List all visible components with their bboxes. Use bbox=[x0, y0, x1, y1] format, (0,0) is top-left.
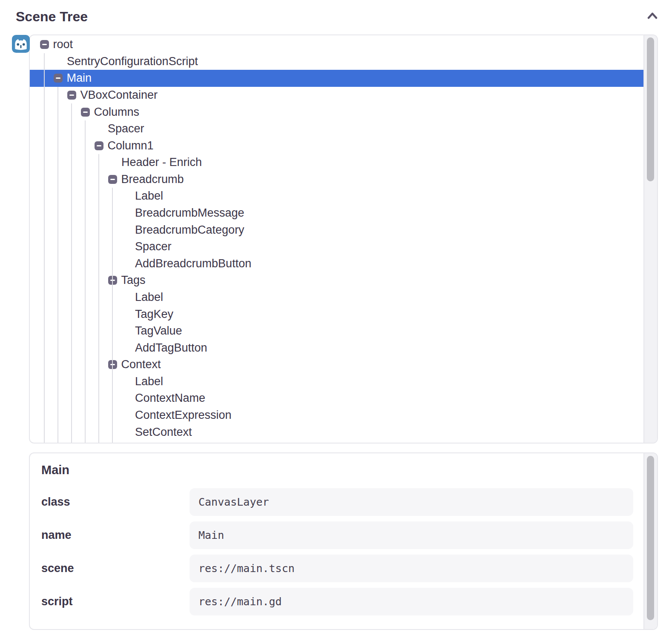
tree-row[interactable]: SetContext bbox=[30, 424, 643, 441]
details-fields: class CanvasLayer name Main scene res://… bbox=[41, 488, 643, 615]
tree-node-label: TagValue bbox=[135, 324, 182, 338]
tree-row[interactable]: Header - Enrich bbox=[30, 154, 643, 171]
collapse-toggle-icon[interactable] bbox=[40, 40, 49, 49]
tree-row[interactable]: SentryConfigurationScript bbox=[30, 53, 643, 70]
tree-row[interactable]: Breadcrumb bbox=[30, 171, 643, 188]
tree-row[interactable]: Tags bbox=[30, 272, 643, 289]
field-value: CanvasLayer bbox=[190, 488, 633, 516]
tree-node-label: AddBreadcrumbButton bbox=[135, 257, 251, 270]
details-scrollbar[interactable] bbox=[643, 453, 657, 629]
tree-node-label: Context bbox=[121, 358, 161, 371]
tree-row[interactable]: root bbox=[30, 36, 643, 53]
collapse-toggle-icon[interactable] bbox=[67, 91, 76, 100]
details-scrollbar-thumb[interactable] bbox=[647, 456, 654, 620]
tree-node-label: SetContext bbox=[135, 426, 192, 439]
tree-indent-guide bbox=[85, 120, 86, 443]
tree-row[interactable]: ContextName bbox=[30, 390, 643, 407]
tree-row[interactable]: VBoxContainer bbox=[30, 87, 643, 104]
scene-tree: root SentryConfigurationScript Main VBox… bbox=[30, 35, 643, 443]
tree-node-label: SentryConfigurationScript bbox=[67, 55, 198, 68]
tree-row[interactable]: Label bbox=[30, 289, 643, 306]
field-label: class bbox=[41, 495, 190, 509]
tree-row[interactable]: Spacer bbox=[30, 238, 643, 255]
tree-node-label: Spacer bbox=[135, 240, 172, 253]
tree-row[interactable]: ContextExpression bbox=[30, 407, 643, 424]
tree-row[interactable]: AddBreadcrumbButton bbox=[30, 255, 643, 272]
field-label: scene bbox=[41, 562, 190, 575]
tree-row[interactable]: Main bbox=[30, 70, 643, 87]
tree-node-label: ContextExpression bbox=[135, 409, 232, 422]
collapse-toggle-icon[interactable] bbox=[95, 141, 103, 150]
tree-indent-guide bbox=[57, 87, 58, 443]
details-field-row: script res://main.gd bbox=[41, 588, 643, 615]
details-field-row: scene res://main.tscn bbox=[41, 555, 643, 582]
tree-row[interactable]: Label bbox=[30, 188, 643, 205]
field-value: Main bbox=[190, 521, 633, 549]
tree-row[interactable]: AddTagButton bbox=[30, 339, 643, 356]
tree-row[interactable]: Columns bbox=[30, 103, 643, 120]
tree-node-label: BreadcrumbCategory bbox=[135, 223, 244, 237]
tree-node-label: Label bbox=[135, 291, 163, 304]
tree-node-label: Header - Enrich bbox=[121, 156, 202, 169]
tree-row[interactable]: Spacer bbox=[30, 120, 643, 137]
scene-tree-panel: root SentryConfigurationScript Main VBox… bbox=[29, 34, 658, 444]
tree-node-label: ContextName bbox=[135, 392, 205, 405]
tree-node-label: BreadcrumbMessage bbox=[135, 206, 244, 220]
node-details-panel: Main class CanvasLayer name Main scene r… bbox=[29, 452, 658, 630]
tree-row[interactable]: Label bbox=[30, 373, 643, 390]
tree-indent-guide bbox=[98, 154, 99, 443]
tree-row[interactable]: Column1 bbox=[30, 137, 643, 154]
tree-node-label: Breadcrumb bbox=[121, 173, 184, 186]
tree-node-label: VBoxContainer bbox=[80, 89, 158, 102]
tree-row[interactable]: Context bbox=[30, 356, 643, 373]
details-field-row: class CanvasLayer bbox=[41, 488, 643, 516]
tree-node-label: Main bbox=[67, 72, 92, 85]
tree-node-label: Spacer bbox=[108, 122, 144, 135]
tree-scrollbar[interactable] bbox=[643, 35, 657, 443]
field-value: res://main.gd bbox=[190, 588, 633, 615]
tree-node-label: Column1 bbox=[108, 139, 154, 152]
collapse-toggle-icon[interactable] bbox=[108, 175, 117, 184]
tree-node-label: Columns bbox=[94, 106, 140, 119]
tree-node-label: AddTagButton bbox=[135, 341, 207, 355]
tree-node-label: root bbox=[53, 38, 73, 51]
details-field-row: name Main bbox=[41, 521, 643, 549]
tree-node-label: Tags bbox=[121, 274, 146, 287]
page-title: Scene Tree bbox=[16, 9, 88, 25]
tree-row[interactable]: TagValue bbox=[30, 323, 643, 340]
field-label: script bbox=[41, 595, 190, 608]
collapse-panel-button[interactable] bbox=[646, 11, 658, 21]
tree-row[interactable]: BreadcrumbCategory bbox=[30, 221, 643, 238]
tree-row[interactable]: BreadcrumbMessage bbox=[30, 205, 643, 222]
tree-node-label: Label bbox=[135, 375, 163, 388]
tree-indent-guide bbox=[44, 53, 45, 443]
collapse-toggle-icon[interactable] bbox=[81, 108, 90, 117]
tree-row[interactable]: TagKey bbox=[30, 306, 643, 323]
tree-indent-guide bbox=[71, 103, 72, 443]
tree-node-label: TagKey bbox=[135, 308, 173, 321]
field-value: res://main.tscn bbox=[190, 555, 633, 582]
godot-icon bbox=[12, 35, 30, 53]
details-title: Main bbox=[41, 463, 643, 477]
collapse-toggle-icon[interactable] bbox=[54, 74, 63, 83]
chevron-up-icon bbox=[647, 12, 658, 20]
field-label: name bbox=[41, 529, 190, 542]
tree-indent-guide bbox=[112, 373, 113, 443]
tree-node-label: Label bbox=[135, 189, 163, 203]
tree-scrollbar-thumb[interactable] bbox=[647, 37, 654, 181]
